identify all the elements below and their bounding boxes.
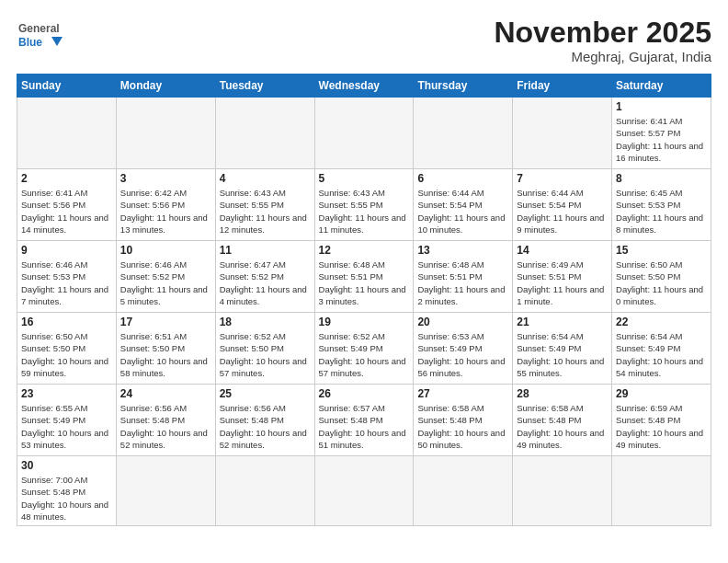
sun-info: Sunrise: 6:42 AM Sunset: 5:56 PM Dayligh… [120, 187, 211, 236]
weekday-sunday: Sunday [17, 75, 117, 98]
calendar-cell: 5Sunrise: 6:43 AM Sunset: 5:55 PM Daylig… [314, 169, 414, 241]
sun-info: Sunrise: 6:58 AM Sunset: 5:48 PM Dayligh… [417, 402, 508, 451]
calendar-cell: 22Sunrise: 6:54 AM Sunset: 5:49 PM Dayli… [612, 313, 711, 385]
day-number: 8 [616, 172, 707, 185]
calendar-cell: 6Sunrise: 6:44 AM Sunset: 5:54 PM Daylig… [414, 169, 513, 241]
calendar-cell [116, 456, 215, 526]
weekday-tuesday: Tuesday [215, 75, 314, 98]
day-number: 20 [417, 316, 508, 328]
day-number: 9 [21, 244, 112, 257]
day-number: 15 [616, 244, 707, 257]
day-number: 24 [120, 387, 211, 400]
day-number: 25 [220, 387, 311, 400]
day-number: 19 [319, 316, 410, 328]
day-number: 21 [517, 316, 608, 328]
calendar-cell: 8Sunrise: 6:45 AM Sunset: 5:53 PM Daylig… [612, 169, 711, 241]
calendar-cell: 18Sunrise: 6:52 AM Sunset: 5:50 PM Dayli… [215, 313, 314, 385]
sun-info: Sunrise: 6:56 AM Sunset: 5:48 PM Dayligh… [220, 402, 311, 451]
calendar-cell [513, 98, 612, 169]
sun-info: Sunrise: 6:59 AM Sunset: 5:48 PM Dayligh… [616, 402, 707, 451]
calendar-cell: 28Sunrise: 6:58 AM Sunset: 5:48 PM Dayli… [513, 385, 612, 456]
location: Meghraj, Gujarat, India [494, 49, 711, 64]
calendar-cell: 15Sunrise: 6:50 AM Sunset: 5:50 PM Dayli… [612, 241, 711, 313]
calendar-cell: 11Sunrise: 6:47 AM Sunset: 5:52 PM Dayli… [215, 241, 314, 313]
sun-info: Sunrise: 6:57 AM Sunset: 5:48 PM Dayligh… [319, 402, 410, 451]
calendar-cell: 13Sunrise: 6:48 AM Sunset: 5:51 PM Dayli… [414, 241, 513, 313]
day-number: 5 [319, 172, 410, 185]
calendar-cell: 19Sunrise: 6:52 AM Sunset: 5:49 PM Dayli… [314, 313, 414, 385]
day-number: 6 [417, 172, 508, 185]
day-number: 11 [220, 244, 311, 257]
sun-info: Sunrise: 6:54 AM Sunset: 5:49 PM Dayligh… [616, 330, 707, 379]
week-row-2: 9Sunrise: 6:46 AM Sunset: 5:53 PM Daylig… [17, 241, 711, 313]
calendar-cell: 14Sunrise: 6:49 AM Sunset: 5:51 PM Dayli… [513, 241, 612, 313]
week-row-1: 2Sunrise: 6:41 AM Sunset: 5:56 PM Daylig… [17, 169, 711, 241]
calendar-cell [414, 98, 513, 169]
sun-info: Sunrise: 6:58 AM Sunset: 5:48 PM Dayligh… [517, 402, 608, 451]
calendar-cell [612, 456, 711, 526]
calendar-cell [17, 98, 117, 169]
calendar-cell [116, 98, 215, 169]
calendar-cell: 23Sunrise: 6:55 AM Sunset: 5:49 PM Dayli… [17, 385, 117, 456]
sun-info: Sunrise: 6:51 AM Sunset: 5:50 PM Dayligh… [120, 330, 211, 379]
weekday-saturday: Saturday [612, 75, 711, 98]
calendar-cell: 2Sunrise: 6:41 AM Sunset: 5:56 PM Daylig… [17, 169, 117, 241]
day-number: 14 [517, 244, 608, 257]
week-row-0: 1Sunrise: 6:41 AM Sunset: 5:57 PM Daylig… [17, 98, 711, 169]
header: General Blue November 2025 Meghraj, Guja… [17, 17, 711, 64]
sun-info: Sunrise: 7:00 AM Sunset: 5:48 PM Dayligh… [21, 474, 112, 523]
sun-info: Sunrise: 6:56 AM Sunset: 5:48 PM Dayligh… [120, 402, 211, 451]
sun-info: Sunrise: 6:45 AM Sunset: 5:53 PM Dayligh… [616, 187, 707, 236]
week-row-5: 30Sunrise: 7:00 AM Sunset: 5:48 PM Dayli… [17, 456, 711, 526]
week-row-4: 23Sunrise: 6:55 AM Sunset: 5:49 PM Dayli… [17, 385, 711, 456]
title-block: November 2025 Meghraj, Gujarat, India [494, 17, 711, 64]
calendar-cell: 9Sunrise: 6:46 AM Sunset: 5:53 PM Daylig… [17, 241, 117, 313]
calendar-cell: 16Sunrise: 6:50 AM Sunset: 5:50 PM Dayli… [17, 313, 117, 385]
sun-info: Sunrise: 6:47 AM Sunset: 5:52 PM Dayligh… [220, 259, 311, 307]
calendar-cell [215, 456, 314, 526]
sun-info: Sunrise: 6:43 AM Sunset: 5:55 PM Dayligh… [319, 187, 410, 236]
day-number: 4 [220, 172, 311, 185]
sun-info: Sunrise: 6:55 AM Sunset: 5:49 PM Dayligh… [21, 402, 112, 451]
calendar-cell: 3Sunrise: 6:42 AM Sunset: 5:56 PM Daylig… [116, 169, 215, 241]
sun-info: Sunrise: 6:52 AM Sunset: 5:50 PM Dayligh… [220, 330, 311, 379]
sun-info: Sunrise: 6:48 AM Sunset: 5:51 PM Dayligh… [417, 259, 508, 307]
sun-info: Sunrise: 6:52 AM Sunset: 5:49 PM Dayligh… [319, 330, 410, 379]
sun-info: Sunrise: 6:46 AM Sunset: 5:53 PM Dayligh… [21, 259, 112, 307]
calendar-cell: 24Sunrise: 6:56 AM Sunset: 5:48 PM Dayli… [116, 385, 215, 456]
day-number: 1 [616, 100, 707, 113]
sun-info: Sunrise: 6:49 AM Sunset: 5:51 PM Dayligh… [517, 259, 608, 307]
day-number: 27 [417, 387, 508, 400]
day-number: 26 [319, 387, 410, 400]
sun-info: Sunrise: 6:43 AM Sunset: 5:55 PM Dayligh… [220, 187, 311, 236]
day-number: 3 [120, 172, 211, 185]
calendar-cell [513, 456, 612, 526]
month-title: November 2025 [494, 17, 711, 49]
day-number: 18 [220, 316, 311, 328]
day-number: 12 [319, 244, 410, 257]
calendar-cell [314, 98, 414, 169]
svg-text:General: General [18, 22, 60, 35]
calendar-cell: 10Sunrise: 6:46 AM Sunset: 5:52 PM Dayli… [116, 241, 215, 313]
sun-info: Sunrise: 6:44 AM Sunset: 5:54 PM Dayligh… [417, 187, 508, 236]
day-number: 29 [616, 387, 707, 400]
day-number: 13 [417, 244, 508, 257]
day-number: 23 [21, 387, 112, 400]
day-number: 2 [21, 172, 112, 185]
sun-info: Sunrise: 6:41 AM Sunset: 5:56 PM Dayligh… [21, 187, 112, 236]
day-number: 28 [517, 387, 608, 400]
logo-svg: General Blue [17, 17, 63, 55]
svg-text:Blue: Blue [18, 36, 42, 49]
sun-info: Sunrise: 6:46 AM Sunset: 5:52 PM Dayligh… [120, 259, 211, 307]
calendar-cell: 12Sunrise: 6:48 AM Sunset: 5:51 PM Dayli… [314, 241, 414, 313]
weekday-header-row: SundayMondayTuesdayWednesdayThursdayFrid… [17, 75, 711, 98]
logo: General Blue [17, 17, 63, 55]
calendar-cell: 17Sunrise: 6:51 AM Sunset: 5:50 PM Dayli… [116, 313, 215, 385]
day-number: 7 [517, 172, 608, 185]
calendar-cell: 26Sunrise: 6:57 AM Sunset: 5:48 PM Dayli… [314, 385, 414, 456]
sun-info: Sunrise: 6:50 AM Sunset: 5:50 PM Dayligh… [616, 259, 707, 307]
sun-info: Sunrise: 6:53 AM Sunset: 5:49 PM Dayligh… [417, 330, 508, 379]
calendar-cell: 29Sunrise: 6:59 AM Sunset: 5:48 PM Dayli… [612, 385, 711, 456]
calendar-cell: 1Sunrise: 6:41 AM Sunset: 5:57 PM Daylig… [612, 98, 711, 169]
day-number: 16 [21, 316, 112, 328]
